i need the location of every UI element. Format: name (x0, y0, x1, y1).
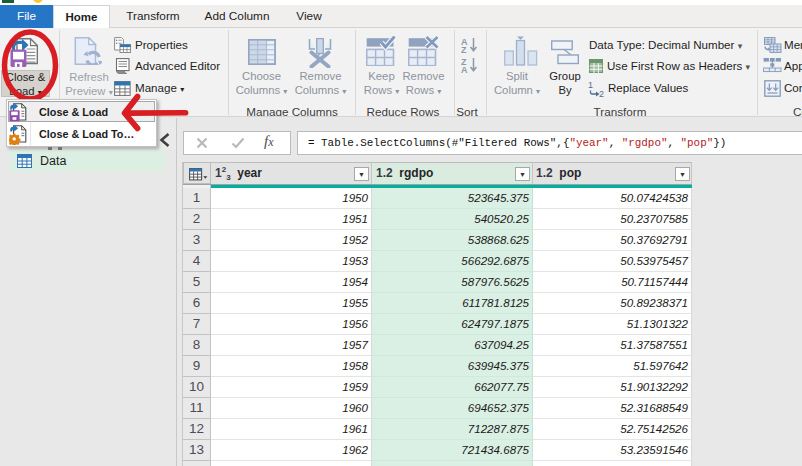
svg-text:2: 2 (599, 89, 604, 97)
svg-text:A: A (461, 65, 468, 73)
svg-text:1: 1 (588, 80, 593, 90)
svg-text:Z: Z (461, 45, 467, 53)
